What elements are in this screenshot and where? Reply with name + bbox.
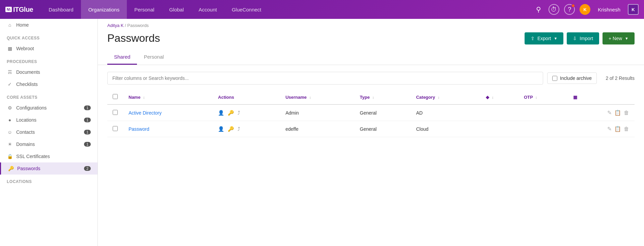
pin-icon: ● xyxy=(7,117,13,123)
col-header-name[interactable]: Name ↕ xyxy=(123,90,213,104)
contacts-badge: 1 xyxy=(84,130,91,134)
sidebar-item-checklists[interactable]: ✓ Checklists xyxy=(0,78,97,90)
header-actions: ⇪ Export ▼ ⇩ Import + New ▼ xyxy=(525,32,635,44)
row2-checkbox[interactable] xyxy=(113,126,118,131)
row1-category: AD xyxy=(416,110,422,116)
globe-icon: ☀ xyxy=(7,142,13,147)
configurations-badge: 1 xyxy=(84,105,91,110)
col-header-actions: Actions xyxy=(213,90,280,104)
sidebar-item-webroot[interactable]: ▩ Webroot xyxy=(0,42,97,55)
row1-username-cell: Admin xyxy=(280,104,354,121)
passwords-label: Passwords xyxy=(17,166,81,171)
row2-shield-cell xyxy=(480,121,518,137)
webroot-label: Webroot xyxy=(16,46,91,51)
col-header-type[interactable]: Type ↕ xyxy=(355,90,411,104)
row1-delete-icon[interactable]: 🗑 xyxy=(624,110,629,116)
nav-glueconnect[interactable]: GlueConnect xyxy=(224,0,269,19)
col-header-category[interactable]: Category ↕ xyxy=(411,90,480,104)
export-chevron-icon: ▼ xyxy=(554,36,557,40)
sidebar-item-ssl[interactable]: 🔒 SSL Certificates xyxy=(0,150,97,162)
row2-action-icons: 👤 🔑 ⤴ xyxy=(218,126,275,132)
sidebar-item-contacts[interactable]: ☺ Contacts 1 xyxy=(0,126,97,138)
row1-actions-cell: 👤 🔑 ⤴ xyxy=(213,104,280,121)
row1-row-actions: ✎ 📋 🗑 xyxy=(573,110,629,116)
archive-checkbox[interactable] xyxy=(552,76,557,81)
row2-checkbox-cell[interactable] xyxy=(107,121,123,137)
new-button[interactable]: + New ▼ xyxy=(603,32,635,44)
table-toolbar: Include archive 2 of 2 Results xyxy=(107,72,635,85)
passwords-badge: 2 xyxy=(84,166,91,171)
type-sort-icon: ↕ xyxy=(372,95,374,99)
row2-delete-icon[interactable]: 🗑 xyxy=(624,126,629,132)
row1-name-link[interactable]: Active Directory xyxy=(129,110,162,116)
row1-checkbox-cell[interactable] xyxy=(107,104,123,121)
row2-edit-icon[interactable]: ✎ xyxy=(607,126,612,132)
main-content: Aditya K / Passwords Passwords ⇪ Export … xyxy=(98,19,644,246)
nav-organizations[interactable]: Organizations xyxy=(81,0,127,19)
tab-personal[interactable]: Personal xyxy=(137,50,170,65)
row2-otp-cell xyxy=(519,121,568,137)
configurations-label: Configurations xyxy=(16,105,81,111)
row2-actions-cell: 👤 🔑 ⤴ xyxy=(213,121,280,137)
row2-row-actions-cell: ✎ 📋 🗑 xyxy=(568,121,635,137)
main-layout: ⌂ Home Quick Access ▩ Webroot Procedures… xyxy=(0,19,644,246)
export-button[interactable]: ⇪ Export ▼ xyxy=(525,32,563,44)
row1-copy-icon[interactable]: 📋 xyxy=(614,110,621,116)
row2-name-link[interactable]: Password xyxy=(129,126,149,132)
breadcrumb-parent[interactable]: Aditya K xyxy=(107,23,123,28)
sidebar-item-domains[interactable]: ☀ Domains 1 xyxy=(0,138,97,150)
row1-category-cell: AD xyxy=(411,104,480,121)
nav-dashboard[interactable]: Dashboard xyxy=(41,0,81,19)
nav-right-actions: ⚲ ⏱ ? K Krishnesh K xyxy=(533,0,639,19)
select-all-header[interactable] xyxy=(107,90,123,104)
col-header-username[interactable]: Username ↕ xyxy=(280,90,354,104)
sidebar-item-documents[interactable]: ☴ Documents xyxy=(0,66,97,78)
select-all-checkbox[interactable] xyxy=(113,94,118,99)
row1-edit-icon[interactable]: ✎ xyxy=(607,110,612,116)
row1-type: General xyxy=(360,110,377,116)
nav-global[interactable]: Global xyxy=(162,0,191,19)
import-button[interactable]: ⇩ Import xyxy=(567,32,599,44)
row2-external-icon[interactable]: ⤴ xyxy=(237,126,240,132)
sidebar-item-configurations[interactable]: ⚙ Configurations 1 xyxy=(0,102,97,114)
section-quick-access: Quick Access xyxy=(0,31,97,42)
row2-type-cell: General xyxy=(355,121,411,137)
row1-row-actions-cell: ✎ 📋 🗑 xyxy=(568,104,635,121)
row1-checkbox[interactable] xyxy=(113,110,118,115)
row2-username: edeffe xyxy=(285,126,299,132)
row1-otp-cell xyxy=(519,104,568,121)
otp-sort-icon: ↕ xyxy=(535,95,537,99)
include-archive-checkbox[interactable]: Include archive xyxy=(547,72,597,84)
row1-user-icon[interactable]: 👤 xyxy=(218,110,224,116)
search-input[interactable] xyxy=(107,72,543,85)
row1-external-icon[interactable]: ⤴ xyxy=(237,110,240,116)
row2-key-icon[interactable]: 🔑 xyxy=(228,126,234,132)
sidebar-item-home[interactable]: ⌂ Home xyxy=(0,19,97,31)
col-header-shield[interactable]: ◆ ↕ xyxy=(480,90,518,104)
user-avatar-k[interactable]: K xyxy=(628,4,639,15)
row1-name-cell: Active Directory xyxy=(123,104,213,121)
sidebar-item-passwords[interactable]: 🔑 Passwords 2 xyxy=(0,162,97,175)
row2-copy-icon[interactable]: 📋 xyxy=(614,126,621,132)
archive-label: Include archive xyxy=(560,75,592,81)
help-icon[interactable]: ? xyxy=(564,4,575,15)
row1-username: Admin xyxy=(285,110,299,116)
export-icon: ⇪ xyxy=(531,36,535,41)
row1-key-icon[interactable]: 🔑 xyxy=(228,110,234,116)
document-icon: ☴ xyxy=(7,69,13,75)
col-header-expand[interactable]: ▦ xyxy=(568,90,635,104)
content-header: Passwords ⇪ Export ▼ ⇩ Import + New ▼ xyxy=(98,29,644,50)
nav-personal[interactable]: Personal xyxy=(127,0,162,19)
sidebar-item-locations[interactable]: ● Locations 1 xyxy=(0,114,97,126)
history-icon[interactable]: ⏱ xyxy=(549,4,559,15)
nav-account[interactable]: Account xyxy=(191,0,224,19)
lock-icon: 🔒 xyxy=(7,154,13,159)
col-header-otp[interactable]: OTP ↕ xyxy=(519,90,568,104)
search-icon[interactable]: ⚲ xyxy=(533,4,544,15)
name-sort-icon: ↕ xyxy=(143,95,145,99)
user-name[interactable]: Krishnesh xyxy=(595,0,623,19)
logo[interactable]: N\ ITGlue xyxy=(5,6,33,13)
checklist-icon: ✓ xyxy=(7,82,13,87)
row2-user-icon[interactable]: 👤 xyxy=(218,126,224,132)
tab-shared[interactable]: Shared xyxy=(107,50,137,65)
